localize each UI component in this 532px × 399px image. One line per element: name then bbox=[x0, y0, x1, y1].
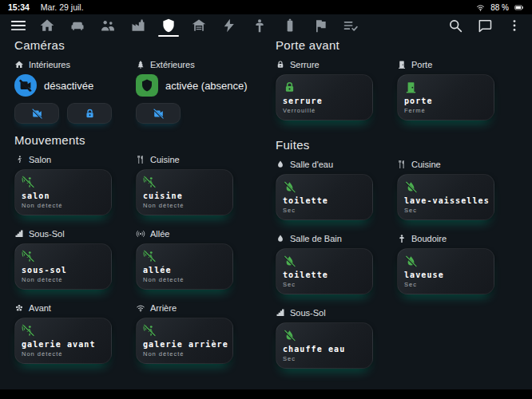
entity-state: Non détecté bbox=[143, 276, 226, 283]
leak-card-laveuse[interactable]: laveuse Sec bbox=[397, 248, 494, 294]
video-off-icon bbox=[153, 108, 165, 120]
area-name: Sous-Sol bbox=[29, 229, 65, 239]
assist-button[interactable] bbox=[477, 18, 493, 34]
tab-rooms[interactable] bbox=[69, 14, 86, 37]
motion-card-salon[interactable]: salon Non détecté bbox=[14, 169, 112, 215]
door-icon bbox=[404, 81, 418, 94]
motion-cell-arriere: Arrière galerie arrière Non détecté bbox=[136, 302, 233, 364]
home-indicator-bar bbox=[0, 389, 532, 399]
water-icon bbox=[276, 234, 285, 243]
cameras-off-button[interactable] bbox=[14, 103, 59, 124]
entity-name: galerie avant bbox=[22, 340, 105, 349]
silverware-icon bbox=[397, 160, 407, 169]
area-label: Porte bbox=[397, 59, 494, 70]
video-off-icon bbox=[14, 74, 37, 97]
tab-garage[interactable] bbox=[190, 14, 208, 37]
run-icon bbox=[14, 155, 24, 164]
door-card-porte[interactable]: porte Fermé bbox=[397, 74, 494, 120]
entity-name: allée bbox=[143, 266, 226, 275]
shield-icon bbox=[161, 18, 177, 34]
garage-icon bbox=[191, 18, 207, 34]
motion-off-icon bbox=[22, 324, 35, 338]
pine-tree-icon bbox=[136, 60, 145, 69]
section-title-front-door: Porte avant bbox=[276, 38, 494, 53]
person-icon bbox=[397, 234, 407, 243]
exterior-cameras-state[interactable]: activée (absence) bbox=[136, 74, 233, 97]
tab-security[interactable] bbox=[160, 14, 177, 37]
search-icon bbox=[447, 18, 463, 34]
bolt-icon bbox=[221, 18, 237, 34]
entity-name: cuisine bbox=[143, 192, 226, 200]
area-label: Allée bbox=[136, 228, 233, 239]
area-name: Salle d'eau bbox=[290, 160, 333, 169]
tab-energy[interactable] bbox=[220, 14, 238, 37]
entity-state: Fermé bbox=[404, 107, 487, 114]
door-cell: Porte porte Fermé bbox=[397, 59, 494, 120]
area-label: Extérieures bbox=[136, 59, 233, 70]
entity-state: Sec bbox=[404, 281, 487, 288]
toolbar-actions bbox=[447, 18, 522, 34]
tab-factory[interactable] bbox=[129, 14, 147, 37]
leak-card-chauffe-eau[interactable]: chauffe eau Sec bbox=[276, 322, 373, 369]
motion-card-cuisine[interactable]: cuisine Non détecté bbox=[136, 169, 233, 215]
radar-icon bbox=[136, 229, 145, 239]
motion-cell-allee: Allée allée Non détecté bbox=[136, 228, 233, 290]
area-name: Cuisine bbox=[411, 160, 441, 169]
flower-icon bbox=[14, 303, 24, 313]
area-name: Serrure bbox=[290, 60, 320, 69]
camera-group-name: Extérieures bbox=[150, 60, 195, 69]
motion-section: Salon salon Non détecté Cuisine bbox=[14, 154, 233, 377]
lock-card-serrure[interactable]: serrure Verrouillé bbox=[276, 74, 373, 120]
battery-percent: 88 % bbox=[490, 3, 509, 12]
tab-battery[interactable] bbox=[281, 14, 299, 37]
interior-cameras-state[interactable]: désactivée bbox=[14, 74, 112, 97]
clock: 15:34 bbox=[8, 2, 30, 12]
cameras-lock-button[interactable] bbox=[67, 103, 112, 124]
lock-icon bbox=[283, 81, 296, 94]
dashboard: Caméras Intérieures désactivée bbox=[0, 37, 532, 389]
wifi-icon bbox=[136, 303, 145, 313]
entity-name: galerie arrière bbox=[143, 340, 226, 349]
front-door-section: Serrure serrure Verrouillé Porte bbox=[276, 59, 494, 136]
view-tabs bbox=[38, 14, 359, 37]
right-column: Porte avant Serrure serrure Verrouillé bbox=[276, 37, 494, 389]
entity-state: Non détecté bbox=[143, 202, 226, 209]
motion-cell-cuisine: Cuisine cuisine Non détecté bbox=[136, 154, 233, 215]
area-name: Porte bbox=[411, 60, 432, 69]
sidebar-menu-button[interactable] bbox=[10, 17, 27, 34]
search-button[interactable] bbox=[447, 18, 463, 34]
camera-group-interior: Intérieures désactivée bbox=[14, 59, 112, 124]
area-name: Boudoire bbox=[411, 234, 447, 243]
entity-name: toilette bbox=[283, 196, 366, 205]
leak-card-toilette[interactable]: toilette Sec bbox=[276, 174, 373, 220]
leak-card-lave-vaisselles[interactable]: lave-vaisselles Sec bbox=[397, 174, 494, 220]
shield-icon bbox=[136, 74, 158, 97]
motion-card-galerie-avant[interactable]: galerie avant Non détecté bbox=[14, 318, 112, 364]
overflow-menu-button[interactable] bbox=[506, 18, 522, 34]
water-off-icon bbox=[283, 329, 296, 342]
camera-buttons bbox=[136, 103, 233, 124]
leak-card-toilette-2[interactable]: toilette Sec bbox=[276, 248, 373, 294]
door-icon bbox=[397, 60, 407, 69]
area-label: Sous-Sol bbox=[276, 307, 373, 318]
tab-home[interactable] bbox=[38, 14, 56, 37]
motion-off-icon bbox=[143, 250, 157, 263]
tab-person[interactable] bbox=[251, 14, 268, 37]
camera-state-text: désactivée bbox=[44, 80, 93, 92]
tab-flag[interactable] bbox=[312, 14, 329, 37]
tab-people[interactable] bbox=[99, 14, 117, 37]
tab-checklist[interactable] bbox=[342, 14, 359, 37]
area-label: Avant bbox=[14, 302, 112, 314]
entity-state: Non détecté bbox=[143, 350, 226, 358]
cameras-section: Intérieures désactivée Extérieures bbox=[14, 59, 233, 124]
motion-off-icon bbox=[22, 176, 35, 189]
video-off-icon bbox=[31, 108, 43, 120]
silverware-icon bbox=[136, 155, 145, 164]
motion-card-sous-sol[interactable]: sous-sol Non détecté bbox=[14, 243, 112, 290]
motion-card-allee[interactable]: allée Non détecté bbox=[136, 243, 233, 290]
cameras-off-button[interactable] bbox=[136, 103, 181, 124]
motion-card-galerie-arriere[interactable]: galerie arrière Non détecté bbox=[136, 318, 233, 364]
section-title-cameras: Caméras bbox=[14, 38, 233, 53]
entity-state: Non détecté bbox=[22, 276, 105, 283]
camera-buttons bbox=[14, 103, 112, 124]
